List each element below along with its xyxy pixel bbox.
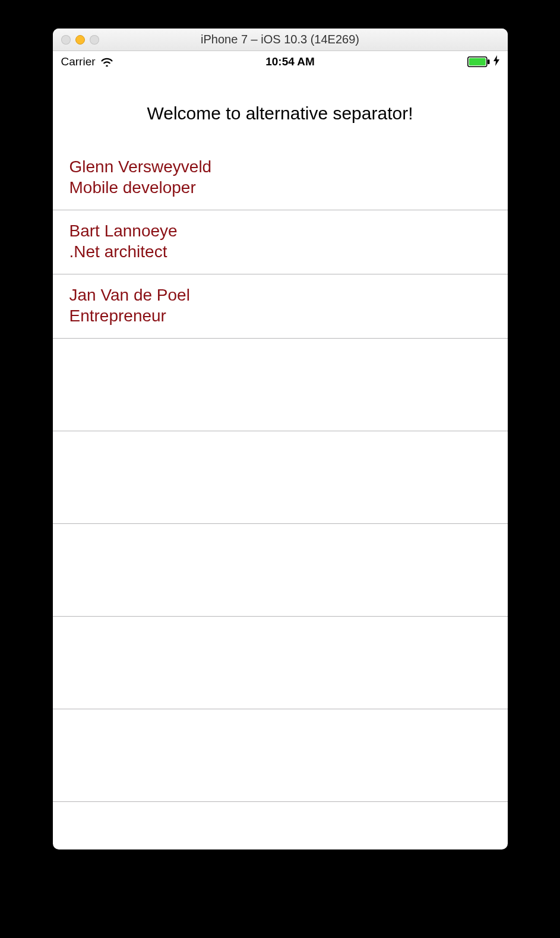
svg-rect-2 — [488, 59, 490, 64]
list-item-empty — [53, 431, 508, 524]
battery-icon — [467, 56, 491, 67]
list-item[interactable]: Jan Van de Poel Entrepreneur — [53, 274, 508, 339]
status-right — [467, 55, 499, 69]
page-title: Welcome to alternative separator! — [53, 70, 508, 146]
bottom-spacer — [53, 802, 508, 849]
person-role: .Net architect — [69, 242, 491, 262]
list-item-empty — [53, 339, 508, 431]
people-list[interactable]: Glenn Versweyveld Mobile developer Bart … — [53, 146, 508, 802]
person-name: Glenn Versweyveld — [69, 157, 491, 177]
simulator-window: iPhone 7 – iOS 10.3 (14E269) Carrier 10:… — [53, 29, 508, 849]
charging-icon — [493, 55, 499, 69]
ios-status-bar: Carrier 10:54 AM — [53, 53, 508, 70]
list-item-empty — [53, 617, 508, 709]
person-name: Bart Lannoeye — [69, 221, 491, 241]
list-item[interactable]: Bart Lannoeye .Net architect — [53, 210, 508, 274]
list-item-empty — [53, 709, 508, 802]
carrier-label: Carrier — [61, 55, 96, 68]
list-item-empty — [53, 524, 508, 617]
window-title: iPhone 7 – iOS 10.3 (14E269) — [53, 33, 508, 46]
person-name: Jan Van de Poel — [69, 285, 491, 305]
zoom-button[interactable] — [90, 35, 99, 45]
list-item[interactable]: Glenn Versweyveld Mobile developer — [53, 146, 508, 210]
mac-titlebar: iPhone 7 – iOS 10.3 (14E269) — [53, 29, 508, 51]
person-role: Mobile developer — [69, 178, 491, 198]
status-time: 10:54 AM — [265, 55, 315, 68]
status-left: Carrier — [61, 55, 113, 68]
close-button[interactable] — [61, 35, 71, 45]
minimize-button[interactable] — [75, 35, 85, 45]
person-role: Entrepreneur — [69, 306, 491, 326]
traffic-lights — [53, 35, 99, 45]
wifi-icon — [100, 57, 113, 67]
svg-rect-1 — [469, 58, 485, 65]
